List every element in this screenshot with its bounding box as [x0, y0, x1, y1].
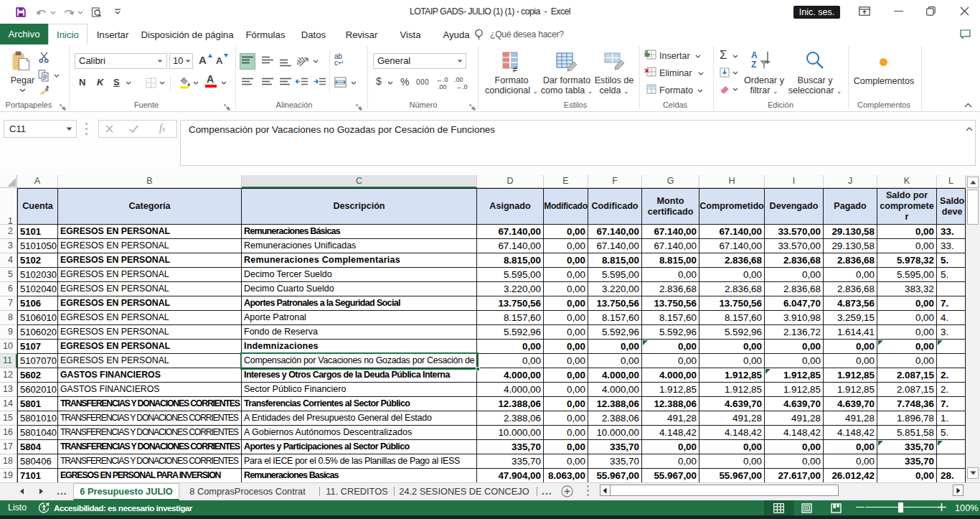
svg-text:A: A	[751, 50, 758, 60]
svg-text:Z: Z	[751, 60, 756, 70]
svg-text:≠: ≠	[512, 64, 517, 73]
